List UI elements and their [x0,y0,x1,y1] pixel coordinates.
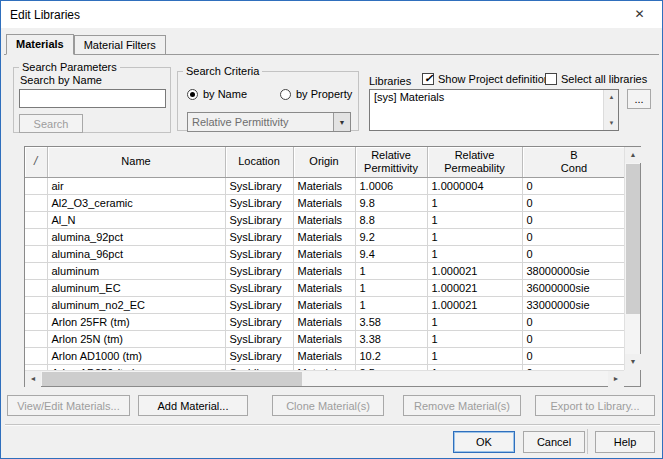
table-cell[interactable]: 1.0000004 [427,177,522,194]
help-button[interactable]: Help [595,431,655,453]
table-cell[interactable]: Arlon 25FR (tm) [47,313,225,330]
row-selector[interactable] [25,194,47,211]
table-cell[interactable]: aluminum [47,262,225,279]
row-selector[interactable] [25,228,47,245]
table-cell[interactable]: 0 [522,211,624,228]
column-header[interactable]: Location [225,147,293,177]
table-cell[interactable]: Al2_O3_ceramic [47,194,225,211]
table-cell[interactable]: SysLibrary [225,245,293,262]
search-button[interactable]: Search [19,114,83,133]
horizontal-scrollbar-thumb[interactable] [42,372,302,386]
table-cell[interactable]: Materials [293,228,355,245]
table-row[interactable]: Al2_O3_ceramicSysLibraryMaterials9.810 [25,194,624,211]
libraries-list-scrollbar[interactable]: ▲ ▼ [603,90,618,130]
column-header[interactable]: Relative Permeability [427,147,522,177]
table-cell[interactable]: 1 [427,313,522,330]
table-cell[interactable]: Materials [293,330,355,347]
table-cell[interactable]: 1.000021 [427,279,522,296]
table-cell[interactable]: 1.000021 [427,296,522,313]
vertical-scrollbar[interactable]: ▲ ▼ [624,147,640,370]
select-all-libraries-checkbox[interactable]: Select all libraries [545,73,647,85]
row-selector[interactable] [25,211,47,228]
cancel-button[interactable]: Cancel [523,431,585,453]
library-list-item[interactable]: [sys] Materials [370,90,618,105]
row-selector[interactable] [25,245,47,262]
property-dropdown[interactable]: Relative Permittivity ▼ [187,112,351,132]
scroll-up-icon[interactable]: ▲ [604,90,619,104]
row-selector[interactable] [25,279,47,296]
table-cell[interactable]: 1 [427,211,522,228]
column-header[interactable]: Origin [293,147,355,177]
table-cell[interactable]: 0 [522,177,624,194]
table-cell[interactable]: SysLibrary [225,177,293,194]
radio-by-property[interactable]: by Property [280,88,352,100]
scroll-left-icon[interactable]: ◄ [25,371,41,387]
table-row[interactable]: alumina_92pctSysLibraryMaterials9.210 [25,228,624,245]
table-cell[interactable]: 1.0006 [355,177,427,194]
table-cell[interactable]: alumina_96pct [47,245,225,262]
titlebar[interactable]: Edit Libraries ✕ [1,1,662,28]
scroll-up-icon[interactable]: ▲ [625,147,641,163]
table-cell[interactable]: 3.38 [355,330,427,347]
table-cell[interactable]: 0 [522,194,624,211]
vertical-scrollbar-thumb[interactable] [626,164,640,314]
table-row[interactable]: alumina_96pctSysLibraryMaterials9.410 [25,245,624,262]
scroll-right-icon[interactable]: ► [608,371,624,387]
table-row[interactable]: Arlon 25N (tm)SysLibraryMaterials3.3810 [25,330,624,347]
table-cell[interactable]: 33000000sie [522,296,624,313]
table-cell[interactable]: 3.58 [355,313,427,330]
row-selector[interactable] [25,177,47,194]
table-cell[interactable]: Materials [293,211,355,228]
table-cell[interactable]: Al_N [47,211,225,228]
table-cell[interactable]: SysLibrary [225,330,293,347]
table-cell[interactable]: Materials [293,177,355,194]
table-cell[interactable]: Materials [293,245,355,262]
table-cell[interactable]: 0 [522,330,624,347]
row-selector[interactable] [25,262,47,279]
table-cell[interactable]: 36000000sie [522,279,624,296]
column-header-sort[interactable]: / [25,147,47,177]
table-cell[interactable]: Materials [293,262,355,279]
radio-by-name[interactable]: by Name [187,88,247,100]
table-cell[interactable]: 10.2 [355,347,427,364]
row-selector[interactable] [25,296,47,313]
table-row[interactable]: Arlon AD1000 (tm)SysLibraryMaterials10.2… [25,347,624,364]
table-cell[interactable]: air [47,177,225,194]
row-selector[interactable] [25,347,47,364]
table-row[interactable]: aluminum_no2_ECSysLibraryMaterials11.000… [25,296,624,313]
table-cell[interactable]: Arlon 25N (tm) [47,330,225,347]
table-cell[interactable]: alumina_92pct [47,228,225,245]
table-row[interactable]: airSysLibraryMaterials1.00061.00000040 [25,177,624,194]
table-cell[interactable]: 1 [427,245,522,262]
table-cell[interactable]: SysLibrary [225,228,293,245]
table-cell[interactable]: 1 [355,262,427,279]
table-cell[interactable]: 0 [522,313,624,330]
table-cell[interactable]: Materials [293,279,355,296]
libraries-list[interactable]: [sys] Materials ▲ ▼ [369,89,619,131]
table-cell[interactable]: SysLibrary [225,296,293,313]
table-cell[interactable]: SysLibrary [225,211,293,228]
table-cell[interactable]: aluminum_EC [47,279,225,296]
column-header[interactable]: B Cond [522,147,624,177]
table-cell[interactable]: aluminum_no2_EC [47,296,225,313]
table-cell[interactable]: 9.2 [355,228,427,245]
table-cell[interactable]: Materials [293,313,355,330]
table-cell[interactable]: 1 [427,330,522,347]
table-cell[interactable]: 8.8 [355,211,427,228]
table-cell[interactable]: 0 [522,245,624,262]
table-row[interactable]: Al_NSysLibraryMaterials8.810 [25,211,624,228]
row-selector[interactable] [25,313,47,330]
table-cell[interactable]: SysLibrary [225,313,293,330]
add-material-button[interactable]: Add Material... [138,395,248,416]
table-cell[interactable]: SysLibrary [225,194,293,211]
horizontal-scrollbar[interactable]: ◄ ► [25,370,624,386]
column-header[interactable]: Relative Permittivity [355,147,427,177]
table-cell[interactable]: 1 [355,279,427,296]
table-cell[interactable]: 1.000021 [427,262,522,279]
scroll-down-icon[interactable]: ▼ [604,116,619,130]
show-project-checkbox[interactable]: Show Project definitions [422,73,555,85]
table-cell[interactable]: 9.4 [355,245,427,262]
view-edit-materials-button[interactable]: View/Edit Materials... [7,395,130,416]
row-selector[interactable] [25,330,47,347]
table-row[interactable]: aluminum_ECSysLibraryMaterials11.0000213… [25,279,624,296]
